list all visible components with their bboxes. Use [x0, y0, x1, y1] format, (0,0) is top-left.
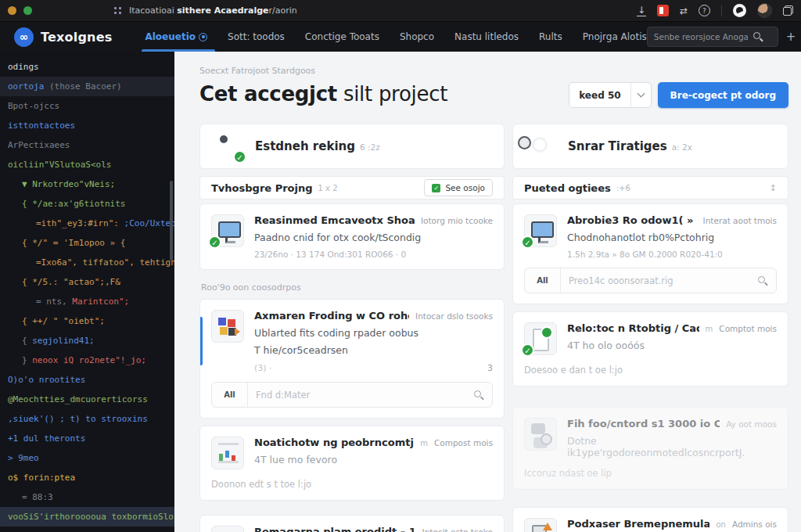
task-subtitle: Paadno cnid for otx cook/tScondig [254, 232, 493, 243]
task-body: Relo:toc n Rtobtig / Cadrig / Lajornert … [567, 322, 777, 355]
printer-icon: × [524, 518, 557, 532]
filter-input[interactable] [248, 390, 473, 401]
section-title: Tvhosbgre Projng [211, 182, 313, 194]
code-text: ▼ Nrkotrdeo"vNeis; [22, 179, 115, 189]
see-all-button[interactable]: ✓ See osojo [424, 179, 493, 196]
search-icon[interactable] [473, 390, 484, 401]
task-action-link[interactable]: Comptot mois [719, 324, 777, 333]
extension-icon[interactable] [657, 5, 669, 16]
main-nav: Aloeuetio Sott: toodos Conctige Tooats S… [145, 22, 646, 52]
code-line: =ith"_ey3:#irn": ;Coo/Uxtebite] [0, 214, 174, 233]
task-title-link[interactable]: Reasinmed Emcaveotx Shoausix (13) [254, 214, 415, 226]
card-footer-link[interactable]: Doesoo e dan t oe l:jo [524, 365, 777, 376]
task-action-link[interactable]: Intocar dslo tsooks [415, 311, 493, 321]
code-line: } neoox iQ ro2nete"!_jo; [0, 350, 174, 370]
account-logo-icon[interactable] [733, 4, 746, 17]
breadcrumb: Soecxt Fatrojoot Stardgoos [199, 66, 788, 76]
nav-item[interactable]: Rults [539, 22, 562, 52]
task-title-link[interactable]: Remagarna plam erodidt – 10) [254, 526, 416, 532]
task-action-link[interactable]: Admins ois [732, 519, 777, 529]
task-action-link[interactable]: Ay oot moos [726, 419, 777, 429]
chart-thumbnail-icon [211, 437, 244, 469]
window-title-bold: sithere Acaedralge [177, 5, 268, 16]
page-actions: keed 50 Bre-cogect pt odorg [569, 82, 788, 108]
task-action-link[interactable]: Compost mois [434, 438, 493, 448]
filter-bar: All [524, 268, 777, 293]
task-row: Remagarna plam erodidt – 10) Intocit est… [211, 526, 493, 532]
page-title-rest: silt project [337, 82, 447, 106]
nav-item[interactable]: Nastu litledos [454, 22, 519, 52]
page-head: Soecxt Fatrojoot Stardgoos Cet accegjct … [174, 52, 801, 108]
avatar[interactable] [757, 3, 772, 18]
nav-item[interactable]: Shopco [400, 22, 434, 52]
global-search [647, 27, 778, 47]
check-badge-icon: ✓ [521, 343, 534, 357]
task-action-link[interactable]: Interat aoot tmois [703, 216, 777, 225]
code-line: isttontactoes [0, 116, 174, 135]
feed-button-label[interactable]: keed 50 [569, 83, 630, 107]
nav-item-active[interactable]: Aloeuetio [145, 22, 207, 52]
left-section-row: Tvhosbgre Projng 1 x 2 ✓ See osojo [199, 176, 505, 200]
filter-input[interactable] [561, 275, 757, 286]
search-icon[interactable] [753, 31, 763, 42]
modules-icon [211, 310, 244, 343]
filter-bar: All [211, 382, 493, 408]
task-subtitle: T hie/cor5ceadrsen [254, 344, 493, 356]
task-title-link[interactable]: Abrobie3 Ro odow1( » Mcogbc (i2) [567, 214, 697, 226]
task-card: ✓ Abrobie3 Ro odow1( » Mcogbc (i2) Inter… [512, 203, 788, 304]
document-icon: ✓ [524, 322, 557, 355]
search-icon[interactable] [757, 275, 768, 286]
nav-item[interactable]: Sott: toodos [228, 22, 285, 52]
brand-name: Texolgnes [41, 30, 112, 45]
task-title-link[interactable]: Fih foo/cntord s1 3000 io Coroyl - 18) [567, 418, 720, 430]
app-window: Itacoatioai sithere Acaedralger/aorin ↓ … [0, 0, 801, 532]
feed-dropdown-caret[interactable] [630, 83, 651, 107]
sort-icon[interactable]: ↕ [770, 183, 777, 193]
nav-item[interactable]: Pnojrga Alotis [583, 22, 647, 52]
windows-overlap-icon[interactable] [783, 5, 793, 16]
nav-item[interactable]: Conctige Tooats [305, 22, 379, 52]
search-input[interactable] [654, 32, 748, 41]
add-icon[interactable]: + [786, 30, 796, 44]
shuffle-icon[interactable]: ⇄ [680, 6, 688, 16]
code-text: (those Bacoer) [44, 81, 121, 92]
code-text: = 88:3 [22, 492, 53, 502]
code-text: @Meochtties_dmcuorerticorss [8, 394, 148, 404]
code-text: > 9meo [8, 453, 39, 463]
task-title-link[interactable]: Axmaren Froding w CO rohestoo3 [254, 310, 409, 322]
card-footer-link[interactable]: Iccoruz ndast oe lip [524, 468, 777, 479]
task-title-link[interactable]: Podxaser Bremepnemulat 8kep:atier [567, 518, 709, 530]
task-action-link[interactable]: Iotorg mio tcooke [421, 216, 493, 225]
code-editor-panel[interactable]: odings oortoja (those Bacoer) Bpot-ojccs… [0, 52, 174, 532]
task-subtitle: Dotne ik1ype'rgodoreonmotedlcosncrportJ. [567, 435, 777, 458]
page-title: Cet accegjct silt project [199, 82, 447, 106]
create-project-button[interactable]: Bre-cogect pt odorg [658, 82, 788, 108]
task-title-link[interactable]: Relo:toc n Rtobtig / Cadrig / Lajornert [567, 322, 699, 334]
code-line: odings [0, 57, 174, 77]
code-line: ArPectixaees [0, 135, 174, 155]
task-action-link[interactable]: Intocit esto tsoke [422, 527, 493, 532]
code-text: odings [8, 62, 39, 72]
code-text: { ++/ " "oiebt"; [22, 316, 105, 326]
code-line: +1 dul theronts [0, 429, 174, 448]
sidebar-scrollbar[interactable] [170, 181, 173, 261]
brand[interactable]: ∞ Texolgnes [14, 27, 112, 47]
task-title-link[interactable]: Noatichotw ng peobrncomtjorusohoripo [254, 437, 414, 448]
brand-logo-icon: ∞ [14, 27, 34, 47]
code-text: ;Coo/Uxtebite] [124, 218, 174, 228]
zoom-traffic-light[interactable] [23, 6, 32, 15]
code-text: oortoja [8, 81, 44, 92]
success-badge-icon: ✓ [233, 150, 246, 164]
filter-all-tab[interactable]: All [212, 383, 248, 407]
right-group-header-card: Snrar Tiratigesa: 2x [512, 124, 788, 169]
task-title-suffix: on [716, 520, 725, 529]
minimize-traffic-light[interactable] [8, 6, 16, 15]
filter-all-tab[interactable]: All [525, 268, 561, 293]
download-icon[interactable]: ↓ [637, 5, 646, 16]
task-row: Axmaren Froding w CO rohestoo3 Intocar d… [211, 310, 493, 373]
chrome-toolbar: ↓ ⇄ ? [637, 3, 793, 18]
panel-thumbnail-icon [211, 526, 244, 532]
card-footer-link[interactable]: Doonon edt s t toe l:jo [211, 479, 493, 490]
help-icon[interactable]: ? [699, 5, 710, 16]
task-meta: 1.5h 2.9ta » 8o GM 0.2000 R020-41:0 [567, 250, 777, 259]
